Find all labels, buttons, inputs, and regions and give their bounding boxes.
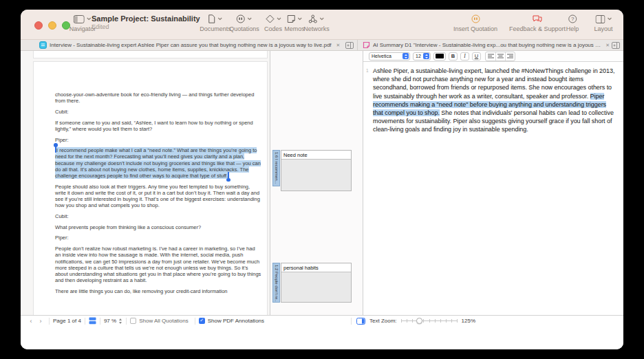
- memo-body[interactable]: 1 Ashlee Piper, a sustainable-living exp…: [363, 62, 623, 315]
- quotation-reference-bar[interactable]: 1:6 I recommen...: [272, 150, 280, 186]
- text-zoom-group: Text Zoom: 125%: [347, 316, 475, 326]
- code-box[interactable]: personal habits: [281, 263, 352, 303]
- align-left-button[interactable]: [486, 52, 495, 61]
- insert-quotation-button[interactable]: Insert Quotation: [453, 14, 497, 32]
- align-center-icon: [497, 54, 504, 58]
- memo-text[interactable]: Ashlee Piper, a sustainable-living exper…: [373, 67, 615, 134]
- titlebar: Navigator Sample Project: Sustainability…: [21, 10, 623, 40]
- toolbar-quotations[interactable]: Quotations: [229, 14, 259, 32]
- paragraph: There are little things you can do, like…: [55, 288, 261, 294]
- layout-button[interactable]: Layout: [594, 14, 612, 32]
- toolbar-memos[interactable]: Memos: [284, 14, 305, 32]
- feedback-support-button[interactable]: Feedback & Support: [509, 14, 566, 32]
- align-right-icon: [507, 54, 513, 58]
- next-page-button[interactable]: ›: [36, 318, 45, 325]
- show-pdf-annotations-label: Show PDF Annotations: [208, 318, 264, 324]
- ai-summary-memo-icon: [363, 41, 370, 49]
- divider: [49, 318, 50, 325]
- help-icon: ?: [568, 14, 577, 23]
- split-view-button[interactable]: [612, 42, 620, 49]
- chevron-down-icon: [218, 17, 223, 21]
- highlighted-quotation-text: I recommend people make what I call a “n…: [55, 147, 261, 179]
- margin-codes-pane: 1:6 I recommen... Need note 1:2 People d…: [270, 51, 363, 315]
- stepper-icon: [423, 53, 429, 59]
- network-icon: [308, 14, 317, 23]
- show-all-quotations-checkbox[interactable]: Show All Quotations: [130, 318, 189, 324]
- memo-note-icon: [287, 14, 295, 23]
- text-zoom-slider[interactable]: [401, 318, 458, 325]
- divider: [351, 318, 352, 325]
- tab-close-icon[interactable]: ✕: [603, 43, 612, 48]
- feedback-chat-icon: [533, 14, 542, 23]
- slider-thumb[interactable]: [416, 318, 422, 324]
- code-box[interactable]: Need note: [281, 150, 352, 191]
- split-view-icon: [612, 42, 620, 49]
- diamond-code-icon: [265, 14, 274, 23]
- selection-start-handle[interactable]: [55, 147, 56, 152]
- checkbox-checked-icon: [199, 318, 205, 324]
- tab-memo[interactable]: AI Summary D1 "Interview - Sustainable-l…: [358, 40, 623, 50]
- toolbar-networks[interactable]: Networks: [303, 14, 330, 32]
- code-label: Need note: [281, 151, 351, 160]
- svg-text:?: ?: [571, 16, 575, 22]
- paragraph: Cubit:: [55, 109, 261, 115]
- toolbar-codes[interactable]: Codes: [264, 14, 282, 32]
- quotation-entry[interactable]: 1:6 I recommen... Need note: [272, 150, 352, 191]
- quotation-reference-bar[interactable]: 1:2 People don’t re...: [272, 263, 280, 303]
- page-fit-icon[interactable]: [89, 317, 96, 325]
- edited-status: Edited: [92, 23, 200, 30]
- zoom-stepper[interactable]: [118, 318, 122, 324]
- split-view-icon: [345, 42, 354, 49]
- minimize-window-button[interactable]: [48, 21, 56, 30]
- font-family-select[interactable]: Helvetica: [369, 52, 410, 61]
- selection-end-handle[interactable]: [228, 173, 229, 177]
- bold-button[interactable]: B: [449, 52, 458, 61]
- memo-editor-pane: Helvetica 12 B I U 1 Ashlee: [363, 51, 623, 315]
- checkbox-unchecked-icon: [130, 318, 136, 324]
- text-color-well[interactable]: [433, 52, 446, 61]
- paragraph: People should also look at their trigger…: [55, 184, 261, 209]
- panel-toggle-icon[interactable]: [356, 318, 365, 325]
- interview-document-icon: [39, 41, 47, 49]
- underline-button[interactable]: U: [472, 52, 481, 61]
- pdf-page-previous: [33, 51, 268, 58]
- paragraph: choose-your-own-adventure book for eco-f…: [55, 91, 261, 104]
- divider: [85, 318, 85, 325]
- selected-quotation-paragraph[interactable]: I recommend people make what I call a “n…: [55, 147, 261, 179]
- format-toolbar: Helvetica 12 B I U: [363, 51, 623, 62]
- status-bar: ‹ › Page 1 of 4 97 % Show All Quotations…: [21, 315, 623, 326]
- layout-panels-icon: [595, 15, 605, 23]
- font-size-value: 12: [416, 54, 421, 58]
- align-right-button[interactable]: [505, 52, 515, 61]
- paragraph: What prevents people from thinking like …: [55, 224, 261, 230]
- tab-close-icon[interactable]: ✕: [334, 43, 343, 48]
- previous-page-button[interactable]: ‹: [26, 318, 36, 325]
- window-title-block: Sample Project: Sustainability Edited: [92, 14, 200, 30]
- screen: { "colors": { "accent_blue": "#3274F2", …: [0, 0, 644, 359]
- slider-track: [401, 320, 458, 321]
- color-swatch: [436, 54, 444, 58]
- alignment-group: [485, 52, 515, 61]
- pdf-document-pane[interactable]: choose-your-own-adventure book for eco-f…: [21, 51, 270, 315]
- zoom-value: 97 %: [104, 318, 116, 324]
- split-view-button[interactable]: [345, 42, 354, 49]
- quotation-entry[interactable]: 1:2 People don’t re... personal habits: [272, 263, 352, 303]
- align-center-button[interactable]: [495, 52, 505, 61]
- paragraph-number: 1: [366, 68, 369, 73]
- close-window-button[interactable]: [34, 21, 43, 30]
- help-button[interactable]: ? Help: [566, 14, 579, 32]
- tab-document[interactable]: Interview - Sustainable-living expert As…: [21, 40, 358, 50]
- show-pdf-annotations-checkbox[interactable]: Show PDF Annotations: [199, 318, 264, 324]
- page-indicator: Page 1 of 4: [53, 318, 81, 324]
- chevron-down-icon: [607, 17, 612, 21]
- main-content: choose-your-own-adventure book for eco-f…: [21, 51, 623, 315]
- chevron-down-icon: [248, 17, 253, 21]
- pdf-text[interactable]: choose-your-own-adventure book for eco-f…: [55, 91, 261, 299]
- font-size-select[interactable]: 12: [413, 52, 431, 61]
- italic-button[interactable]: I: [460, 52, 469, 61]
- tab-bar: Interview - Sustainable-living expert As…: [21, 40, 623, 51]
- toolbar-documents[interactable]: Documents: [200, 14, 231, 32]
- text-zoom-label: Text Zoom:: [369, 318, 397, 324]
- quotation-icon: [237, 14, 246, 23]
- divider: [195, 318, 195, 325]
